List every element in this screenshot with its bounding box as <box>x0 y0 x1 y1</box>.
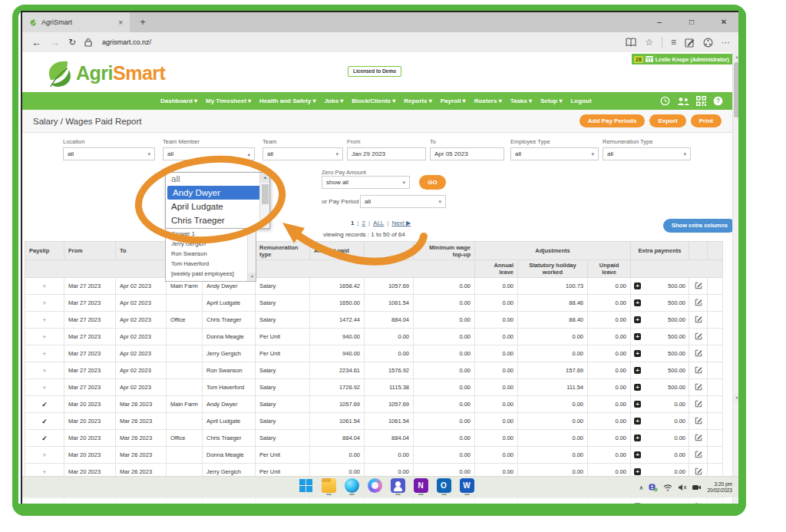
payslip-expand[interactable]: + <box>25 362 64 379</box>
tab-close-icon[interactable]: × <box>118 18 123 27</box>
edit-row-button[interactable] <box>689 362 708 379</box>
add-extra-payment-icon[interactable]: + <box>634 435 641 441</box>
add-extra-payment-icon[interactable]: + <box>634 384 641 391</box>
pagination-2[interactable]: 2 <box>362 220 365 226</box>
payslip-expand[interactable]: + <box>25 295 64 312</box>
dropdown-option-april-ludgate[interactable]: April Ludgate <box>166 200 269 213</box>
edit-row-button[interactable] <box>689 312 708 329</box>
pagination-all[interactable]: ALL <box>373 220 384 226</box>
edit-row-button[interactable] <box>689 379 708 396</box>
payslip-expand[interactable]: + <box>25 345 64 362</box>
maximize-button[interactable]: □ <box>675 12 708 32</box>
add-extra-payment-icon[interactable]: + <box>634 367 641 374</box>
wifi-icon[interactable] <box>663 484 672 491</box>
clock-date[interactable]: 3:20 pm 20/02/2023 <box>707 481 732 494</box>
team-icon[interactable] <box>677 97 689 106</box>
payslip-expand[interactable]: + <box>25 312 64 329</box>
taskbar-onenote-icon[interactable]: N <box>412 478 429 495</box>
dropdown-option-jerry-gergich[interactable]: Jerry Gergich <box>166 239 256 249</box>
nav-item-rosters[interactable]: Rosters ▾ <box>474 97 502 104</box>
edit-row-button[interactable] <box>689 345 708 362</box>
add-pay-periods-button[interactable]: Add Pay Periods <box>580 114 646 127</box>
camera-icon[interactable] <box>692 484 702 491</box>
add-extra-payment-icon[interactable]: + <box>634 451 641 458</box>
add-extra-payment-icon[interactable]: + <box>634 468 641 475</box>
reading-view-icon[interactable] <box>626 38 636 47</box>
taskbar-explorer-icon[interactable] <box>320 478 337 495</box>
pagination-1[interactable]: 1 <box>351 220 354 226</box>
teams-tray-icon[interactable] <box>649 483 658 492</box>
payslip-expand[interactable]: ✓ <box>25 413 64 430</box>
payslip-expand[interactable]: + <box>25 278 64 295</box>
dropdown-option-weekly-paid-employees[interactable]: [weekly paid employees] <box>166 269 256 279</box>
pagination-next[interactable]: Next ▶ <box>391 220 411 226</box>
web-note-icon[interactable] <box>685 38 695 48</box>
zero-pay-select[interactable]: show all ▾ <box>322 176 410 189</box>
edit-row-button[interactable] <box>689 447 708 464</box>
minimize-button[interactable]: – <box>643 12 675 32</box>
edit-row-button[interactable] <box>689 430 708 447</box>
location-select[interactable]: all▾ <box>63 147 155 160</box>
dropdown-option-tom-haverford[interactable]: Tom Haverford <box>166 259 256 269</box>
add-extra-payment-icon[interactable]: + <box>634 401 641 408</box>
team-select[interactable]: all▾ <box>263 147 343 160</box>
add-extra-payment-icon[interactable]: + <box>634 333 641 340</box>
edit-row-button[interactable] <box>689 396 708 413</box>
payslip-expand[interactable]: + <box>25 379 64 396</box>
dropdown-option-all[interactable]: all <box>166 173 269 186</box>
edit-row-button[interactable] <box>689 278 708 295</box>
nav-item-reports[interactable]: Reports ▾ <box>404 97 431 104</box>
taskbar-edge-icon[interactable] <box>343 478 360 495</box>
help-icon[interactable]: ? <box>713 96 723 106</box>
pay-period-select[interactable]: all ▾ <box>360 195 446 208</box>
tray-chevron-icon[interactable]: ∧ <box>639 484 644 491</box>
employee-type-select[interactable]: all▾ <box>510 147 599 160</box>
payslip-expand[interactable]: + <box>25 329 64 345</box>
address-bar[interactable]: agrismart.co.nz/ <box>102 38 151 46</box>
nav-item-block-clients[interactable]: Block/Clients ▾ <box>352 97 395 104</box>
add-extra-payment-icon[interactable]: + <box>634 316 641 323</box>
taskbar-copilot-icon[interactable] <box>366 478 383 495</box>
nav-item-my-timesheet[interactable]: My Timesheet ▾ <box>206 97 251 104</box>
share-icon[interactable] <box>703 38 713 48</box>
scroll-up-icon[interactable]: ▲ <box>260 173 270 183</box>
dropdown-option-andy-dwyer[interactable]: Andy Dwyer <box>167 186 268 200</box>
taskbar-word-icon[interactable]: W <box>458 478 475 495</box>
more-menu-icon[interactable]: ⋯ <box>722 38 731 48</box>
forward-icon[interactable]: → <box>50 37 60 48</box>
qr-code-icon[interactable] <box>696 96 706 106</box>
nav-item-payroll[interactable]: Payroll ▾ <box>441 97 466 104</box>
scroll-down-icon[interactable]: ▼ <box>248 273 256 281</box>
close-button[interactable]: ✕ <box>708 12 740 32</box>
nav-item-logout[interactable]: Logout <box>570 97 591 104</box>
nav-item-tasks[interactable]: Tasks ▾ <box>510 97 532 104</box>
nav-item-setup[interactable]: Setup ▾ <box>540 97 562 104</box>
nav-item-health-and-safety[interactable]: Health and Safety ▾ <box>259 97 315 104</box>
from-input[interactable]: Jan 29 2023 <box>347 147 426 160</box>
new-tab-button[interactable]: + <box>130 12 156 32</box>
hub-icon[interactable]: ≡ <box>671 37 676 48</box>
add-extra-payment-icon[interactable]: + <box>634 418 641 425</box>
taskbar-teams-icon[interactable] <box>389 478 406 495</box>
dropdown-scrollbar[interactable]: ▼ <box>247 229 256 281</box>
remuneration-type-select[interactable]: all▾ <box>603 147 691 160</box>
favorites-star-icon[interactable]: ☆ <box>645 37 653 48</box>
print-button[interactable]: Print <box>691 114 722 127</box>
edit-row-button[interactable] <box>689 295 708 312</box>
scrollbar-thumb[interactable] <box>262 184 269 204</box>
add-extra-payment-icon[interactable]: + <box>634 350 641 357</box>
dropdown-option-chris-traeger[interactable]: Chris Traeger <box>166 213 269 227</box>
browser-tab-agrismart[interactable]: AgriSmart × <box>22 12 130 32</box>
payslip-expand[interactable]: + <box>25 447 64 464</box>
dropdown-scrollbar[interactable]: ▲ <box>259 173 269 228</box>
show-extra-columns-button[interactable]: Show extra columns <box>663 219 736 233</box>
nav-item-jobs[interactable]: Jobs ▾ <box>324 97 343 104</box>
volume-muted-icon[interactable] <box>678 484 687 491</box>
taskbar-outlook-icon[interactable]: O <box>435 478 452 495</box>
edit-row-button[interactable] <box>689 329 708 345</box>
refresh-icon[interactable]: ↻ <box>68 37 76 48</box>
payslip-expand[interactable]: ✓ <box>25 430 64 447</box>
team-member-select[interactable]: all▴ <box>163 147 255 160</box>
back-icon[interactable]: ← <box>31 37 41 48</box>
taskbar-start-icon[interactable] <box>297 478 314 495</box>
